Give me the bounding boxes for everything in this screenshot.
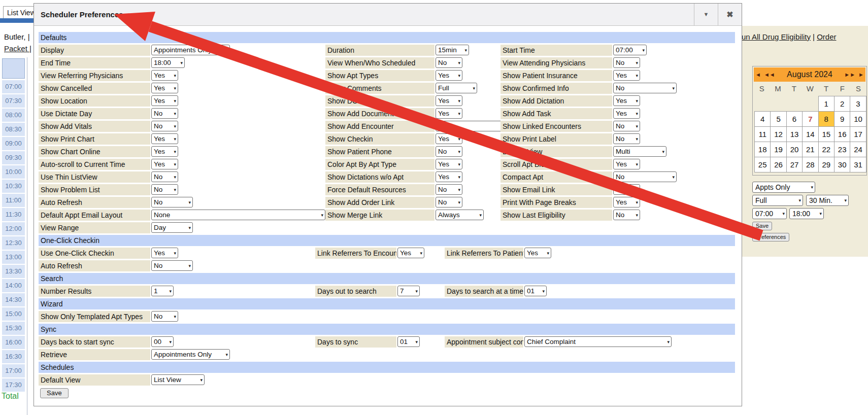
- select-days-back-to-start-sync[interactable]: 00▾: [151, 336, 174, 347]
- select-show-merge-link[interactable]: Always▾: [436, 210, 484, 220]
- calendar-day[interactable]: 17: [850, 126, 866, 142]
- run-all-drug-eligibility-link[interactable]: un All Drug Eligibility: [742, 32, 811, 41]
- select-show-checkin[interactable]: Yes▾: [436, 133, 462, 144]
- select-show-patient-insurance[interactable]: Yes▾: [613, 70, 640, 81]
- select-show-print-label[interactable]: No▾: [613, 133, 640, 144]
- interval-select[interactable]: 30 Min. ▾: [806, 195, 849, 206]
- select-view-attending-physicians[interactable]: No▾: [613, 57, 640, 68]
- select-days-to-sync[interactable]: 01▾: [397, 336, 420, 347]
- select-number-results[interactable]: 1▾: [151, 286, 174, 296]
- calendar-day[interactable]: 5: [770, 111, 786, 127]
- select-show-comments[interactable]: Full▾: [436, 83, 477, 93]
- select-show-add-dictation[interactable]: Yes▾: [613, 95, 640, 106]
- calendar-day[interactable]: 28: [802, 157, 818, 172]
- tab-list-view[interactable]: List View: [3, 6, 38, 19]
- select-show-chart-online[interactable]: Yes▾: [151, 146, 178, 157]
- prev-month-icon[interactable]: ◄◄: [762, 72, 777, 78]
- select-auto-refresh[interactable]: No▾: [151, 260, 193, 271]
- select-show-add-order-link[interactable]: No▾: [436, 197, 462, 208]
- select-show-email-link[interactable]: Yes▾: [613, 184, 640, 195]
- calendar-day[interactable]: 9: [834, 111, 850, 127]
- select-show-print-chart[interactable]: Yes▾: [151, 133, 178, 144]
- select-start-time[interactable]: 07:00▾: [613, 45, 647, 55]
- select-view-range[interactable]: Day▾: [151, 222, 193, 233]
- order-link[interactable]: Order: [817, 32, 836, 41]
- select-show-problem-list[interactable]: No▾: [151, 184, 178, 195]
- select-days-to-search-at-a-time[interactable]: 01▾: [524, 286, 547, 296]
- select-use-dictate-day[interactable]: No▾: [151, 108, 178, 119]
- calendar-day[interactable]: 10: [850, 111, 866, 127]
- calendar-day[interactable]: 11: [754, 126, 771, 142]
- calendar-day[interactable]: 4: [754, 111, 771, 127]
- select-duration[interactable]: 15min▾: [436, 45, 469, 55]
- calendar-day[interactable]: 7: [802, 111, 818, 127]
- select-show-add-document[interactable]: Yes▾: [436, 108, 462, 119]
- select-show-only-templated-apt-types[interactable]: No▾: [151, 311, 178, 322]
- select-default-view[interactable]: Multi▾: [613, 146, 666, 157]
- select-default-view[interactable]: List View▾: [151, 374, 205, 385]
- calendar-day[interactable]: 6: [786, 111, 803, 127]
- calendar-day[interactable]: 27: [786, 157, 803, 172]
- preferences-button[interactable]: Preferences: [752, 233, 789, 241]
- calendar-day[interactable]: 25: [754, 157, 771, 172]
- calendar-day[interactable]: 29: [818, 157, 834, 172]
- select-show-add-encounter[interactable]: No▾: [436, 121, 506, 131]
- select-view-when-who-scheduled[interactable]: No▾: [436, 57, 462, 68]
- next-month-icon[interactable]: ►►: [843, 72, 857, 78]
- prev-year-icon[interactable]: ◄: [754, 72, 762, 78]
- select-show-apt-types[interactable]: Yes▾: [436, 70, 462, 81]
- calendar-day[interactable]: 19: [770, 142, 786, 157]
- calendar-day[interactable]: 15: [818, 126, 834, 142]
- close-icon[interactable]: ✖: [718, 4, 742, 25]
- start-time-select[interactable]: 07:00 ▾: [752, 208, 787, 219]
- panel-save-button[interactable]: Save: [752, 222, 772, 230]
- calendar-day[interactable]: 16: [834, 126, 850, 142]
- select-show-dob[interactable]: Yes▾: [436, 95, 462, 106]
- appts-filter-select[interactable]: Appts Only ▾: [752, 182, 815, 193]
- select-view-referring-physicians[interactable]: Yes▾: [151, 70, 178, 81]
- select-show-confirmed-info[interactable]: No▾: [613, 83, 677, 93]
- dialog-save-button[interactable]: Save: [40, 388, 69, 398]
- select-show-linked-encounters[interactable]: No▾: [613, 121, 640, 131]
- select-show-cancelled[interactable]: Yes▾: [151, 83, 178, 93]
- select-auto-scroll-to-current-time[interactable]: Yes▾: [151, 159, 178, 169]
- select-scroll-apt-block[interactable]: Yes▾: [613, 159, 640, 169]
- calendar-day[interactable]: 22: [818, 142, 834, 157]
- select-compact-apt[interactable]: No▾: [613, 171, 677, 182]
- select-link-referrers-to-encounter[interactable]: Yes▾: [397, 248, 424, 258]
- select-retrieve[interactable]: Appointments Only▾: [151, 349, 230, 360]
- calendar-day[interactable]: 2: [834, 96, 850, 112]
- select-show-add-task[interactable]: Yes▾: [613, 108, 640, 119]
- dialog-titlebar[interactable]: Scheduler Preferences ▼ ✖: [34, 4, 742, 26]
- calendar-day[interactable]: 31: [850, 157, 866, 172]
- select-default-appt-email-layout[interactable]: None▾: [151, 210, 325, 220]
- calendar-day[interactable]: 24: [850, 142, 866, 157]
- calendar-day[interactable]: 13: [786, 126, 803, 142]
- select-print-with-page-breaks[interactable]: Yes▾: [613, 197, 640, 208]
- select-use-one-click-checkin[interactable]: Yes▾: [151, 248, 178, 258]
- select-show-add-vitals[interactable]: No▾: [151, 121, 178, 131]
- calendar-day[interactable]: 30: [834, 157, 850, 172]
- select-show-patient-phone[interactable]: No▾: [436, 146, 462, 157]
- end-time-select[interactable]: 18:00 ▾: [789, 208, 824, 219]
- select-auto-refresh[interactable]: No▾: [151, 197, 193, 208]
- select-end-time[interactable]: 18:00▾: [151, 57, 185, 68]
- calendar-day[interactable]: 1: [818, 96, 834, 112]
- calendar-day[interactable]: 23: [834, 142, 850, 157]
- select-display[interactable]: Appointments Only▾: [151, 45, 230, 55]
- select-force-default-resources[interactable]: No▾: [436, 184, 462, 195]
- select-link-referrers-to-patient[interactable]: Yes▾: [524, 248, 551, 258]
- calendar-day[interactable]: 18: [754, 142, 771, 157]
- select-use-thin-listview[interactable]: No▾: [151, 171, 178, 182]
- calendar-day[interactable]: 12: [770, 126, 786, 142]
- select-show-dictations-w-o-apt[interactable]: Yes▾: [436, 171, 462, 182]
- select-appointment-subject-contains[interactable]: Chief Complaint▾: [524, 336, 672, 347]
- select-show-last-eligibility[interactable]: No▾: [613, 210, 640, 220]
- collapse-icon[interactable]: ▼: [694, 4, 718, 25]
- view-mode-select[interactable]: Full ▾: [752, 195, 803, 206]
- calendar-day[interactable]: 21: [802, 142, 818, 157]
- calendar-day[interactable]: 14: [802, 126, 818, 142]
- select-show-location[interactable]: Yes▾: [151, 95, 178, 106]
- next-year-icon[interactable]: ►: [857, 72, 865, 78]
- calendar-day[interactable]: 8: [818, 111, 834, 127]
